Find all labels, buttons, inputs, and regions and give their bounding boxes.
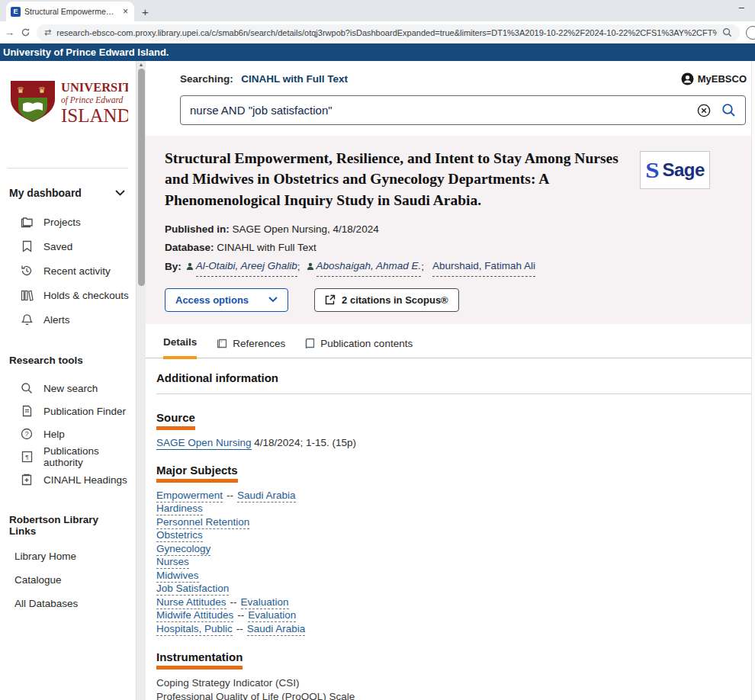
ebsco-favicon-icon: E xyxy=(11,7,21,17)
sidebar-item-catalogue[interactable]: Catalogue xyxy=(0,568,136,592)
subject-row: Nurse Attitudes--Evaluation xyxy=(156,596,751,609)
folder-icon xyxy=(20,215,34,229)
subject-link[interactable]: Nurse Attitudes xyxy=(156,596,226,609)
zoom-page-icon[interactable] xyxy=(722,27,732,37)
subject-row: Hospitals, Public--Saudi Arabia xyxy=(156,622,751,636)
subject-qualifier-link[interactable]: Evaluation xyxy=(248,609,296,622)
chevron-down-icon xyxy=(268,297,278,303)
subject-link[interactable]: Midwives xyxy=(156,570,199,583)
logo-line1: UNIVERSITY xyxy=(61,80,128,95)
access-options-button[interactable]: Access options xyxy=(165,288,288,312)
author-link[interactable]: Aburshaid, Fatimah Ali xyxy=(432,257,535,277)
external-link-icon xyxy=(325,294,336,305)
reload-icon[interactable] xyxy=(21,27,31,37)
sidebar-item-alerts[interactable]: Alerts xyxy=(0,307,136,332)
by-label: By: xyxy=(165,258,182,276)
authority-book-icon: ¶ xyxy=(20,450,34,464)
tab-close-icon[interactable]: × xyxy=(121,6,130,17)
searching-label: Searching: xyxy=(180,73,233,85)
scrollbar-up-icon[interactable]: ▲ xyxy=(137,62,146,67)
subject-link[interactable]: Hardiness xyxy=(156,503,203,515)
browser-window: E Structural Empowerment, Resil × + – → … xyxy=(0,0,755,700)
author-profile-icon xyxy=(186,262,194,271)
publisher-logo: S Sage xyxy=(640,151,710,189)
citations-scopus-button[interactable]: 2 citations in Scopus® xyxy=(314,288,459,312)
subject-row: Empowerment--Saudi Arabia xyxy=(156,489,751,503)
research-tools-nav: New search Publication Finder ? Help xyxy=(0,377,136,491)
logo-line3: ISLAND xyxy=(61,105,128,126)
search-input[interactable] xyxy=(190,104,686,117)
sidebar-item-help[interactable]: ? Help xyxy=(0,422,136,445)
subject-link[interactable]: Nurses xyxy=(156,556,189,569)
subject-qualifier-link[interactable]: Saudi Arabia xyxy=(237,490,296,503)
database-value: CINAHL with Full Text xyxy=(217,242,316,253)
minimize-button[interactable]: – xyxy=(739,2,744,13)
library-links-nav: Library Home Catalogue All Databases xyxy=(0,544,136,615)
subject-qualifier-link[interactable]: Evaluation xyxy=(241,596,289,609)
new-tab-button[interactable]: + xyxy=(142,5,149,18)
tab-publication-contents[interactable]: Publication contents xyxy=(305,338,413,358)
bookmark-icon xyxy=(20,239,34,253)
institution-banner: University of Prince Edward Island. xyxy=(0,43,755,61)
sidebar-item-recent-activity[interactable]: Recent activity xyxy=(0,258,136,283)
sidebar-item-publications-authority[interactable]: ¶ Publications authority xyxy=(0,445,136,468)
major-subjects-heading: Major Subjects xyxy=(156,464,238,483)
subject-link[interactable]: Personnel Retention xyxy=(156,516,249,529)
tab-title: Structural Empowerment, Resil xyxy=(24,7,117,16)
author-link[interactable]: Aboshaigah, Ahmad E. xyxy=(316,257,422,277)
main-content: Searching: CINAHL with Full Text MyEBSCO xyxy=(146,61,751,700)
sidebar-item-all-databases[interactable]: All Databases xyxy=(0,592,136,615)
subject-link[interactable]: Obstetrics xyxy=(156,529,203,542)
sidebar-item-cinahl-headings[interactable]: CINAHL Headings xyxy=(0,468,136,491)
sidebar-section-my-dashboard[interactable]: My dashboard xyxy=(0,169,136,199)
tab-references[interactable]: “ References xyxy=(217,338,285,358)
profile-icon[interactable] xyxy=(746,26,755,40)
scrollbar-thumb[interactable] xyxy=(138,69,145,286)
dashboard-nav: Projects Saved Recent activity xyxy=(0,210,136,332)
author-link[interactable]: Al-Otaibi, Areej Ghalib xyxy=(196,257,297,277)
sidebar-section-research-tools: Research tools xyxy=(0,332,136,366)
subject-link[interactable]: Hospitals, Public xyxy=(156,623,233,636)
subject-link[interactable]: Midwife Attitudes xyxy=(156,609,233,622)
sage-s-icon: S xyxy=(645,159,659,181)
sidebar: ♛ ♛ UNIVERSITY of Prince Edward ISLAND M… xyxy=(0,61,136,700)
database-label: Database: xyxy=(165,242,214,253)
subject-link[interactable]: Gynecology xyxy=(156,543,210,556)
instrumentation-list: Coping Strategy Indicator (CSI) Professi… xyxy=(156,676,751,700)
clear-search-icon[interactable] xyxy=(697,104,711,117)
article-title: Structural Empowerment, Resilience, and … xyxy=(165,148,622,210)
subject-qualifier-link[interactable]: Saudi Arabia xyxy=(247,623,306,636)
references-icon: “ xyxy=(217,338,227,349)
book-icon xyxy=(305,338,315,349)
upei-logo: ♛ ♛ UNIVERSITY of Prince Edward ISLAND xyxy=(6,72,128,136)
sidebar-item-new-search[interactable]: New search xyxy=(0,377,136,400)
site-info-icon[interactable]: ⇄ xyxy=(44,27,51,37)
subject-link[interactable]: Empowerment xyxy=(156,490,223,503)
sidebar-item-projects[interactable]: Projects xyxy=(0,210,136,234)
sidebar-item-publication-finder[interactable]: Publication Finder xyxy=(0,400,136,422)
subject-link[interactable]: Job Satisfaction xyxy=(156,583,229,596)
major-subjects-list: Empowerment--Saudi Arabia Hardiness Pers… xyxy=(156,489,751,636)
subject-row: Hardiness xyxy=(156,502,751,515)
window-scrollbar[interactable] xyxy=(751,61,755,700)
sidebar-item-library-home[interactable]: Library Home xyxy=(0,544,136,568)
headings-plus-icon xyxy=(20,473,34,486)
content-scrollbar[interactable]: ▲ xyxy=(136,61,146,700)
journal-link[interactable]: SAGE Open Nursing xyxy=(156,437,252,450)
current-database-link[interactable]: CINAHL with Full Text xyxy=(241,73,348,85)
subject-row: Personnel Retention xyxy=(156,515,751,529)
instrument-item: Coping Strategy Indicator (CSI) xyxy=(156,676,751,690)
sidebar-item-holds-checkouts[interactable]: Holds & checkouts xyxy=(0,283,136,307)
svg-text:¶: ¶ xyxy=(25,454,28,461)
sidebar-item-saved[interactable]: Saved xyxy=(0,234,136,258)
details-panel: Additional information Source SAGE Open … xyxy=(146,371,751,700)
browser-toolbar: → ⇄ research-ebsco-com.proxy.library.upe… xyxy=(0,21,755,43)
url-bar[interactable]: ⇄ research-ebsco-com.proxy.library.upei.… xyxy=(37,24,740,41)
browser-tab[interactable]: E Structural Empowerment, Resil × xyxy=(6,2,134,21)
forward-icon[interactable]: → xyxy=(5,27,14,38)
myebsco-button[interactable]: MyEBSCO xyxy=(681,72,747,85)
article-meta: Published in: SAGE Open Nursing, 4/18/20… xyxy=(165,220,710,277)
subject-row: Obstetrics xyxy=(156,528,751,542)
search-submit-icon[interactable] xyxy=(721,103,736,117)
tab-details[interactable]: Details xyxy=(163,336,197,359)
